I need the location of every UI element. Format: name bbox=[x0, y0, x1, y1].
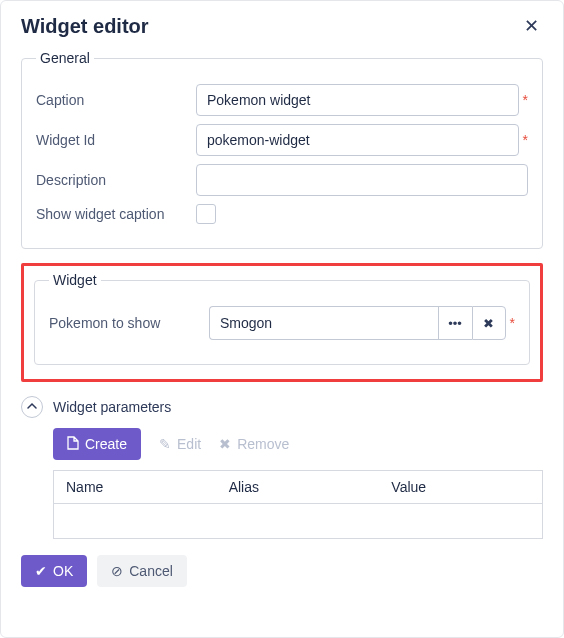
dialog-footer: ✔ OK ⊘ Cancel bbox=[21, 555, 543, 587]
widget-editor-dialog: Widget editor ✕ General Caption * Widget… bbox=[0, 0, 564, 638]
table-head: Name Alias Value bbox=[54, 471, 542, 504]
description-row: Description bbox=[36, 164, 528, 196]
close-button[interactable]: ✕ bbox=[520, 15, 543, 37]
widget-id-label: Widget Id bbox=[36, 132, 184, 148]
pokemon-label: Pokemon to show bbox=[49, 315, 197, 331]
clear-icon: ✖ bbox=[483, 316, 494, 331]
pokemon-lookup-button[interactable]: ••• bbox=[438, 306, 472, 340]
required-mark: * bbox=[510, 315, 515, 331]
widget-section: Widget Pokemon to show ••• ✖ * bbox=[34, 272, 530, 365]
table-row[interactable] bbox=[54, 504, 542, 538]
params-header: Widget parameters bbox=[21, 396, 543, 418]
caption-label: Caption bbox=[36, 92, 184, 108]
show-caption-row: Show widget caption bbox=[36, 204, 528, 224]
widget-id-input[interactable] bbox=[196, 124, 519, 156]
pokemon-picker: ••• ✖ bbox=[209, 306, 506, 340]
dialog-header: Widget editor ✕ bbox=[21, 15, 543, 38]
file-icon bbox=[67, 436, 79, 453]
widget-section-highlight: Widget Pokemon to show ••• ✖ * bbox=[21, 263, 543, 382]
col-name[interactable]: Name bbox=[54, 471, 217, 503]
ok-button[interactable]: ✔ OK bbox=[21, 555, 87, 587]
pokemon-clear-button[interactable]: ✖ bbox=[472, 306, 506, 340]
chevron-up-icon bbox=[27, 401, 37, 413]
params-title: Widget parameters bbox=[53, 399, 171, 415]
dialog-title: Widget editor bbox=[21, 15, 149, 38]
col-alias[interactable]: Alias bbox=[217, 471, 380, 503]
cancel-button[interactable]: ⊘ Cancel bbox=[97, 555, 187, 587]
params-body: Create ✎ Edit ✖ Remove Name Alias Value bbox=[21, 428, 543, 539]
show-caption-label: Show widget caption bbox=[36, 206, 184, 222]
description-label: Description bbox=[36, 172, 184, 188]
general-section: General Caption * Widget Id * Descriptio… bbox=[21, 50, 543, 249]
close-icon: ✕ bbox=[524, 17, 539, 35]
description-input[interactable] bbox=[196, 164, 528, 196]
edit-label: Edit bbox=[177, 436, 201, 452]
cancel-label: Cancel bbox=[129, 563, 173, 579]
caption-row: Caption * bbox=[36, 84, 528, 116]
ellipsis-icon: ••• bbox=[448, 316, 462, 331]
create-button[interactable]: Create bbox=[53, 428, 141, 460]
remove-icon: ✖ bbox=[219, 436, 231, 452]
params-toolbar: Create ✎ Edit ✖ Remove bbox=[53, 428, 543, 460]
collapse-button[interactable] bbox=[21, 396, 43, 418]
ban-icon: ⊘ bbox=[111, 563, 123, 579]
widget-parameters-section: Widget parameters Create ✎ Edit ✖ Remove bbox=[21, 396, 543, 539]
ok-label: OK bbox=[53, 563, 73, 579]
general-legend: General bbox=[36, 50, 94, 66]
pokemon-input[interactable] bbox=[209, 306, 438, 340]
check-icon: ✔ bbox=[35, 563, 47, 579]
widget-legend: Widget bbox=[49, 272, 101, 288]
required-mark: * bbox=[523, 92, 528, 108]
caption-input[interactable] bbox=[196, 84, 519, 116]
col-value[interactable]: Value bbox=[379, 471, 542, 503]
edit-button[interactable]: ✎ Edit bbox=[159, 428, 201, 460]
widget-id-row: Widget Id * bbox=[36, 124, 528, 156]
params-table: Name Alias Value bbox=[53, 470, 543, 539]
pencil-icon: ✎ bbox=[159, 436, 171, 452]
remove-label: Remove bbox=[237, 436, 289, 452]
show-caption-checkbox[interactable] bbox=[196, 204, 216, 224]
create-label: Create bbox=[85, 436, 127, 452]
remove-button[interactable]: ✖ Remove bbox=[219, 428, 289, 460]
required-mark: * bbox=[523, 132, 528, 148]
pokemon-row: Pokemon to show ••• ✖ * bbox=[49, 306, 515, 340]
